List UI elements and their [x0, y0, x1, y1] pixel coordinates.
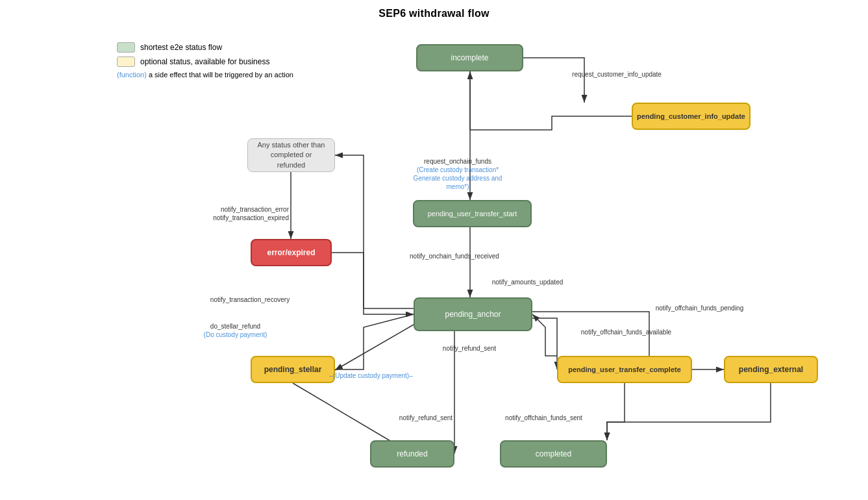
label-notify-offchain-sent: notify_offchain_funds_sent [493, 414, 594, 422]
node-pending-anchor: pending_anchor [414, 297, 532, 331]
label-request-customer-info: request_customer_info_update [565, 70, 669, 79]
diagram-container: SEP6 withdrawal flow shortest e2e status… [0, 0, 868, 500]
legend-yellow-box [117, 56, 135, 67]
label-request-onchain-funds: request_onchain_funds (Create custody tr… [403, 157, 513, 191]
legend-func-link: (function) [117, 71, 147, 79]
legend: shortest e2e status flow optional status… [117, 42, 293, 79]
label-update-custody-payment: –(Update custody payment)– [321, 371, 421, 380]
label-do-stellar-refund: do_stellar_refund (Do custody payment) [188, 322, 282, 339]
label-do-custody-payment: (Do custody payment) [204, 331, 267, 338]
legend-func-desc: a side effect that will be triggered by … [147, 71, 293, 79]
node-pending-user-transfer-start: pending_user_transfer_start [413, 200, 532, 227]
label-notify-offchain-pending: notify_offchain_funds_pending [649, 304, 750, 312]
label-notify-amounts: notify_amounts_updated [477, 278, 578, 286]
legend-yellow-label: optional status, available for business [140, 57, 269, 66]
node-pending-customer-info-update: pending_customer_info_update [632, 103, 750, 130]
node-any-status: Any status other thancompleted or refund… [247, 138, 335, 172]
node-pending-external: pending_external [724, 356, 818, 383]
node-refunded: refunded [370, 440, 454, 468]
legend-yellow-item: optional status, available for business [117, 56, 293, 67]
node-completed: completed [500, 440, 607, 468]
label-update-custody: (Update custody payment) [333, 372, 409, 379]
legend-green-label: shortest e2e status flow [140, 43, 222, 52]
label-notify-refund-right: notify_refund_sent [430, 344, 508, 353]
svg-line-4 [335, 325, 414, 370]
label-notify-onchain: notify_onchain_funds_received [403, 252, 506, 260]
label-generate-custody: Generate custody address and memo*) [414, 175, 502, 190]
label-create-custody: (Create custody transaction* [417, 166, 499, 173]
page-title: SEP6 withdrawal flow [0, 0, 868, 19]
node-pending-user-transfer-complete: pending_user_transfer_complete [557, 356, 692, 383]
legend-green-box [117, 42, 135, 53]
legend-green-item: shortest e2e status flow [117, 42, 293, 53]
label-notify-error-expired: notify_transaction_error notify_transact… [185, 205, 289, 222]
legend-func-note: (function) a side effect that will be tr… [117, 71, 293, 79]
node-error-expired: error/expired [251, 239, 332, 266]
label-notify-recovery: notify_transaction_recovery [198, 295, 302, 304]
node-incomplete: incomplete [416, 44, 523, 71]
label-notify-refund-left: notify_refund_sent [387, 414, 465, 422]
label-notify-offchain-available: notify_offchain_funds_available [573, 328, 680, 336]
